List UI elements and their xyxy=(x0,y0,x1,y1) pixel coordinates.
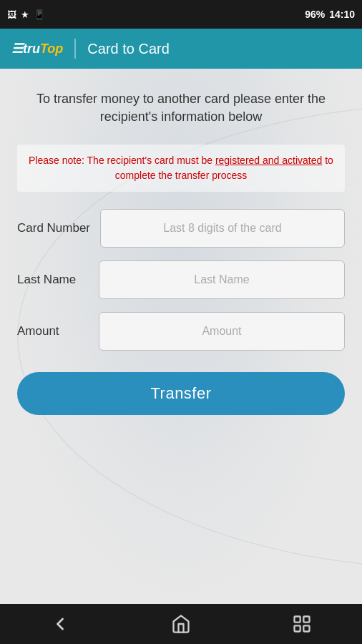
card-number-group: Card Number xyxy=(17,209,345,248)
status-icons: 🖼 ★ 📱 xyxy=(7,9,45,20)
logo-tru: ☰tru xyxy=(11,42,40,56)
last-name-group: Last Name xyxy=(17,260,345,299)
notice-link: registered and activated xyxy=(215,155,322,166)
image-icon: 🖼 xyxy=(7,9,16,20)
nav-bar: ☰truTop Card to Card xyxy=(0,29,362,69)
svg-rect-1 xyxy=(303,617,309,623)
svg-rect-2 xyxy=(294,625,300,631)
card-number-label: Card Number xyxy=(17,221,90,235)
last-name-input[interactable] xyxy=(99,260,345,299)
logo-tap: Top xyxy=(40,42,63,56)
svg-rect-3 xyxy=(303,625,309,631)
card-number-input[interactable] xyxy=(100,209,345,248)
back-icon xyxy=(50,614,70,634)
amount-label: Amount xyxy=(17,324,89,338)
home-button[interactable] xyxy=(157,608,205,640)
bottom-nav xyxy=(0,604,362,644)
amount-input[interactable] xyxy=(99,312,345,351)
home-icon xyxy=(171,614,191,634)
last-name-label: Last Name xyxy=(17,273,89,287)
description-text: To transfer money to another card please… xyxy=(17,83,345,133)
transfer-button[interactable]: Transfer xyxy=(17,372,345,415)
back-button[interactable] xyxy=(36,608,84,640)
content-inner: To transfer money to another card please… xyxy=(0,69,362,429)
recent-icon xyxy=(292,614,312,634)
battery-percent: 96% xyxy=(305,9,325,20)
status-right: 96% 14:10 xyxy=(305,9,355,20)
clock: 14:10 xyxy=(329,9,355,20)
app-logo: ☰truTop xyxy=(11,41,63,57)
bluetooth-icon: ★ xyxy=(21,9,29,20)
phone-icon: 📱 xyxy=(34,9,45,20)
page-title: Card to Card xyxy=(87,41,170,57)
recent-button[interactable] xyxy=(278,608,326,640)
svg-rect-0 xyxy=(294,617,300,623)
status-bar: 🖼 ★ 📱 96% 14:10 xyxy=(0,0,362,29)
main-content: To transfer money to another card please… xyxy=(0,69,362,604)
amount-group: Amount xyxy=(17,312,345,351)
nav-divider xyxy=(74,39,76,59)
notice-box: Please note: The recipient's card must b… xyxy=(17,145,345,192)
